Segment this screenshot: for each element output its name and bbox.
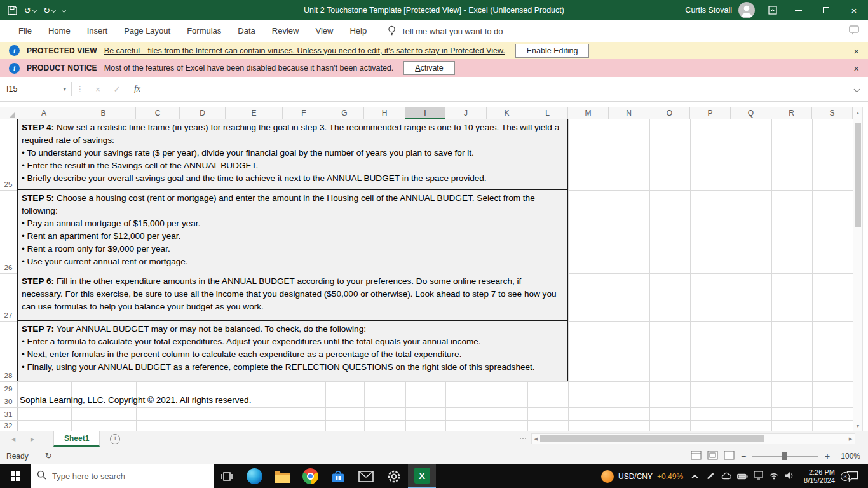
task-view-icon[interactable] (214, 464, 240, 488)
customize-quick-access-toolbar-icon[interactable] (62, 9, 65, 12)
tab-page-layout[interactable]: Page Layout (116, 20, 179, 42)
maximize-button[interactable] (812, 0, 840, 20)
row-header-31[interactable]: 31 (0, 410, 17, 419)
tab-file[interactable]: File (10, 20, 40, 42)
settings-gear-icon[interactable] (380, 464, 408, 488)
battery-icon[interactable] (737, 471, 748, 482)
new-sheet-button[interactable]: + (110, 434, 120, 444)
tab-view[interactable]: View (307, 20, 341, 42)
name-box-dropdown-icon[interactable]: ▾ (63, 86, 66, 92)
zoom-slider-thumb[interactable] (782, 452, 787, 460)
close-button[interactable]: × (840, 0, 868, 20)
column-header-d[interactable]: D (180, 107, 226, 119)
vertical-scrollbar-thumb[interactable] (855, 123, 861, 227)
scroll-down-icon[interactable]: ▼ (853, 421, 862, 431)
scroll-up-icon[interactable]: ▲ (853, 107, 862, 118)
protected-view-message-link[interactable]: Be careful—files from the Internet can c… (104, 46, 505, 55)
comments-icon[interactable] (849, 25, 859, 37)
row-header-29[interactable]: 29 (0, 384, 17, 394)
normal-view-icon[interactable] (691, 451, 702, 462)
user-avatar[interactable] (738, 2, 755, 18)
insert-function-icon[interactable]: fx (126, 84, 148, 94)
taskbar-search-box[interactable] (31, 464, 214, 488)
tab-data[interactable]: Data (229, 20, 263, 42)
expand-formula-bar-icon[interactable] (854, 86, 860, 92)
sheet-nav-left-icon[interactable]: ◀ (8, 437, 19, 442)
undo-button[interactable]: ↺ (24, 6, 36, 15)
undo-dropdown-icon[interactable] (32, 8, 37, 12)
zoom-level[interactable]: 100% (836, 452, 860, 461)
start-button[interactable] (0, 464, 31, 488)
formula-bar-grip-icon[interactable]: ⋮ (72, 85, 88, 93)
redo-button[interactable]: ↻ (43, 6, 55, 15)
tab-home[interactable]: Home (40, 20, 79, 42)
column-header-f[interactable]: F (283, 107, 325, 119)
chrome-icon[interactable] (296, 464, 324, 488)
enter-check-icon[interactable]: ✓ (107, 85, 126, 94)
column-header-e[interactable]: E (226, 107, 283, 119)
action-center-icon[interactable]: 3 (841, 471, 863, 482)
activate-button[interactable]: Activate (403, 61, 454, 75)
mail-icon[interactable] (352, 464, 380, 488)
edge-icon[interactable] (240, 464, 268, 488)
scroll-left-icon[interactable]: ◀ (532, 434, 540, 444)
column-header-r[interactable]: R (771, 107, 812, 119)
cell-step6[interactable]: STEP 6: Fill in the other expenditure am… (17, 273, 568, 321)
product-bar-close-icon[interactable]: × (853, 63, 859, 74)
ribbon-display-options-icon[interactable] (761, 0, 784, 20)
tell-me-box[interactable]: Tell me what you want to do (388, 25, 503, 37)
taskbar-clock[interactable]: 2:26 PM 8/15/2024 (804, 468, 835, 485)
column-header-h[interactable]: H (364, 107, 405, 119)
column-header-l[interactable]: L (527, 107, 568, 119)
excel-taskbar-icon[interactable]: X (408, 464, 436, 488)
row-header-32[interactable]: 32 (0, 421, 17, 431)
cell-step7[interactable]: STEP 7: Your ANNUAL BUDGET may or may no… (17, 321, 568, 381)
tab-help[interactable]: Help (341, 20, 375, 42)
column-header-k[interactable]: K (487, 107, 527, 119)
cancel-icon[interactable]: × (88, 85, 107, 94)
row-header-27[interactable]: 27 (0, 311, 17, 320)
row-header-25[interactable]: 25 (0, 180, 17, 189)
column-header-i[interactable]: I (405, 107, 445, 119)
row-header-28[interactable]: 28 (0, 371, 17, 381)
redo-dropdown-icon[interactable] (51, 8, 56, 12)
enable-editing-button[interactable]: Enable Editing (515, 44, 590, 58)
column-header-s[interactable]: S (812, 107, 853, 119)
grid-body[interactable]: STEP 4: Now set a realistic time frame (… (0, 119, 853, 431)
cell-step4[interactable]: STEP 4: Now set a realistic time frame (… (17, 119, 568, 190)
column-header-q[interactable]: Q (731, 107, 771, 119)
volume-icon[interactable] (785, 471, 794, 482)
column-header-m[interactable]: M (568, 107, 609, 119)
name-box[interactable]: ▾ (0, 81, 71, 97)
tab-splitter-handle[interactable] (520, 438, 526, 439)
save-icon[interactable] (8, 6, 17, 15)
display-icon[interactable] (754, 471, 763, 482)
horizontal-scrollbar-thumb[interactable] (540, 435, 764, 442)
cell-copyright[interactable]: Sophia Learning, LLC. Copyright © 2021. … (20, 395, 251, 405)
select-all-corner[interactable] (0, 107, 17, 119)
column-header-g[interactable]: G (325, 107, 364, 119)
account-user-name[interactable]: Curtis Stovall (685, 6, 732, 15)
accessibility-checker-icon[interactable]: ↻ (45, 451, 52, 461)
zoom-slider[interactable] (752, 452, 818, 461)
page-break-preview-icon[interactable] (724, 451, 735, 462)
column-header-j[interactable]: J (445, 107, 487, 119)
row-header-26[interactable]: 26 (0, 263, 17, 273)
column-header-n[interactable]: N (609, 107, 649, 119)
column-header-o[interactable]: O (649, 107, 690, 119)
pen-icon[interactable] (707, 470, 715, 482)
zoom-out-button[interactable]: − (740, 451, 747, 461)
column-header-c[interactable]: C (136, 107, 180, 119)
tab-review[interactable]: Review (264, 20, 308, 42)
page-layout-view-icon[interactable] (707, 451, 718, 462)
column-header-a[interactable]: A (17, 107, 71, 119)
zoom-in-button[interactable]: + (824, 451, 831, 461)
formula-input[interactable] (148, 81, 855, 97)
horizontal-scrollbar[interactable]: ◀ ▶ (531, 433, 855, 444)
network-wifi-icon[interactable] (769, 471, 779, 482)
sheet-nav-right-icon[interactable]: ▶ (27, 437, 38, 442)
file-explorer-icon[interactable] (268, 464, 296, 488)
tab-formulas[interactable]: Formulas (179, 20, 229, 42)
market-ticker-widget[interactable]: USD/CNY +0.49% (601, 470, 683, 483)
cell-step5[interactable]: STEP 5: Choose a housing cost (rent or m… (17, 190, 568, 273)
